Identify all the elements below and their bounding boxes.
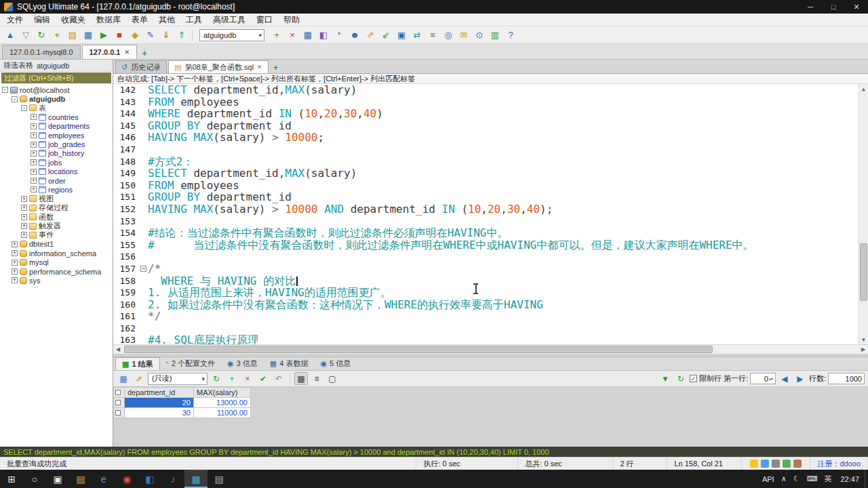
horizontal-scroll-track[interactable] [123, 345, 859, 354]
results-tab-5[interactable]: ◉5 信息 [314, 357, 357, 370]
grid-column-header[interactable]: department_id [125, 388, 194, 398]
tree-expander-icon[interactable]: + [31, 132, 37, 138]
tree-item-countries[interactable]: +countries [0, 113, 113, 121]
tree-item-job_history[interactable]: +job_history [0, 149, 113, 158]
editor-line[interactable]: 145GROUP BY department_id [113, 120, 859, 132]
grid-cell[interactable]: 11000.00 [194, 408, 251, 418]
sync-icon[interactable]: ⇄ [410, 28, 425, 42]
fold-collapse-icon[interactable]: − [140, 266, 146, 272]
tip-icon[interactable] [750, 460, 758, 468]
export-icon[interactable]: ⇗ [363, 28, 378, 42]
editor-line[interactable]: 153 [113, 216, 859, 228]
editor-horizontal-scrollbar[interactable]: ◀ ▶ [113, 344, 868, 354]
results-tab-2[interactable]: *2 个配置文件 [160, 357, 221, 370]
menu-item-5[interactable]: 其他 [153, 14, 180, 26]
editor-line[interactable]: 1602. 如果过滤条件中没有聚合函数：这种情况下，WHERE的执行效率要高于H… [113, 299, 859, 311]
grid-cell[interactable]: 20 [125, 398, 194, 408]
insert-row-icon[interactable]: + [269, 28, 284, 42]
new-query-tab-button[interactable]: + [270, 61, 282, 73]
tree-item-atguigudb[interactable]: -atguigudb [0, 94, 113, 103]
tree-expander-icon[interactable]: + [31, 150, 37, 157]
tree-item-performance_schema[interactable]: +performance_schema [0, 267, 113, 276]
find-icon[interactable]: ◎ [441, 28, 456, 42]
grid-cell[interactable]: 13000.00 [194, 398, 251, 408]
tree-item-employees[interactable]: +employees [0, 131, 113, 140]
tree-item-视图[interactable]: +视图 [0, 195, 113, 203]
tree-item-触发器[interactable]: +触发器 [0, 222, 113, 230]
show-desktop-button[interactable] [865, 470, 868, 488]
editor-line[interactable]: 155# 当过滤条件中没有聚合函数时，则此过滤条件声明在WHERE中或HAVIN… [113, 239, 859, 251]
tree-expander-icon[interactable]: + [21, 232, 27, 238]
filter-funnel-icon[interactable]: ▼ [658, 372, 672, 385]
query-builder-icon[interactable]: * [332, 28, 347, 42]
tree-expander-icon[interactable]: + [12, 268, 18, 274]
select-all-header[interactable] [114, 388, 125, 398]
vertical-scroll-track[interactable] [859, 94, 868, 335]
tree-item-存储过程[interactable]: +存储过程 [0, 203, 113, 212]
tree-expander-icon[interactable]: + [12, 277, 18, 283]
start-button[interactable]: ⊞ [0, 470, 23, 488]
results-tab-1[interactable]: ▦1 结果 [115, 357, 160, 370]
checkbox-icon[interactable] [115, 410, 121, 415]
chrome-browser-icon[interactable]: ◉ [115, 470, 138, 488]
editor-line[interactable]: 154#结论：当过滤条件中有聚合函数时，则此过滤条件必须声明在HAVING中。 [113, 227, 859, 239]
disconnect-icon[interactable]: ▽ [18, 28, 33, 42]
tree-expander-icon[interactable]: + [12, 241, 18, 247]
editor-line[interactable]: 143FROM employees [113, 96, 859, 108]
editor-tab-历史记录[interactable]: ↺历史记录 [115, 60, 167, 73]
tree-expander-icon[interactable]: + [21, 205, 27, 211]
add-row-icon[interactable]: + [225, 372, 239, 385]
tray-item-3[interactable]: ⌨ [804, 470, 821, 488]
tree-item-mysql[interactable]: +mysql [0, 258, 113, 266]
tree-item-事件[interactable]: +事件 [0, 230, 113, 239]
menu-item-4[interactable]: 表单 [126, 14, 153, 26]
menu-item-0[interactable]: 文件 [1, 14, 28, 26]
editor-line[interactable]: 1591. 从适用范围上来讲，HAVING的适用范围更广。 [113, 287, 859, 299]
tree-item-information_schema[interactable]: +information_schema [0, 249, 113, 258]
close-tab-icon[interactable]: ✕ [257, 64, 262, 70]
menu-item-6[interactable]: 工具 [180, 14, 208, 26]
editor-line[interactable]: 158 WHERE 与 HAVING 的对比 [113, 275, 859, 287]
scroll-right-icon[interactable]: ▶ [859, 345, 868, 354]
tree-item-表[interactable]: -表 [0, 104, 113, 113]
editor-line[interactable]: 157−/* [113, 263, 859, 275]
tools-icon[interactable] [793, 460, 802, 468]
tree-item-locations[interactable]: +locations [0, 167, 113, 176]
tree-item-order[interactable]: +order [0, 176, 113, 185]
results-tab-4[interactable]: ▦4 表数据 [264, 357, 315, 370]
stop-query-icon[interactable]: ■ [112, 28, 127, 42]
schema-designer-icon[interactable]: ◧ [316, 28, 331, 42]
editor-line[interactable]: 144WHERE department_id IN (10,20,30,40) [113, 108, 859, 120]
tree-expander-icon[interactable]: - [21, 105, 27, 111]
user-manager-icon[interactable]: ☻ [347, 28, 362, 42]
open-query-icon[interactable]: ▤ [65, 28, 80, 42]
sync-result-icon[interactable]: ↻ [674, 372, 688, 385]
tree-expander-icon[interactable]: + [31, 186, 37, 192]
media-player-icon[interactable]: ♪ [161, 470, 184, 488]
revert-row-icon[interactable]: ↶ [272, 372, 285, 385]
tree-item-jobs[interactable]: +jobs [0, 158, 113, 167]
tree-expander-icon[interactable]: + [21, 223, 27, 229]
editor-line[interactable]: 161*/ [113, 310, 859, 323]
vertical-scroll-thumb[interactable] [860, 243, 867, 301]
limit-rows-checkbox[interactable]: ✓ [690, 375, 697, 382]
form-view-icon[interactable]: ▢ [326, 372, 339, 385]
notepad-icon[interactable]: ▤ [208, 470, 231, 488]
report-icon[interactable]: ▥ [488, 28, 502, 42]
format-sql-icon[interactable]: ≡ [425, 28, 440, 42]
checkbox-icon[interactable] [115, 400, 121, 405]
editor-line[interactable]: 146HAVING MAX(salary) > 10000; [113, 131, 859, 144]
new-query-editor-icon[interactable]: + [50, 28, 64, 42]
backup-icon[interactable]: ⇓ [159, 28, 174, 42]
connection-tab-127.0.0.1-mysql8.0[interactable]: 127.0.0.1-mysql8.0 [2, 45, 81, 59]
text-view-icon[interactable]: ≡ [310, 372, 323, 385]
vscode-icon[interactable]: ◧ [138, 470, 161, 488]
save-row-icon[interactable]: ✔ [256, 372, 270, 385]
tree-expander-icon[interactable]: + [31, 169, 37, 175]
tree-expander-icon[interactable]: + [31, 178, 37, 184]
tree-expander-icon[interactable]: + [21, 214, 27, 220]
tree-item-root@localhost[interactable]: -root@localhost [0, 85, 113, 94]
previous-page-icon[interactable]: ◀ [778, 372, 791, 385]
new-connection-tab-button[interactable]: + [138, 47, 151, 59]
edge-browser-icon[interactable]: e [92, 470, 115, 488]
